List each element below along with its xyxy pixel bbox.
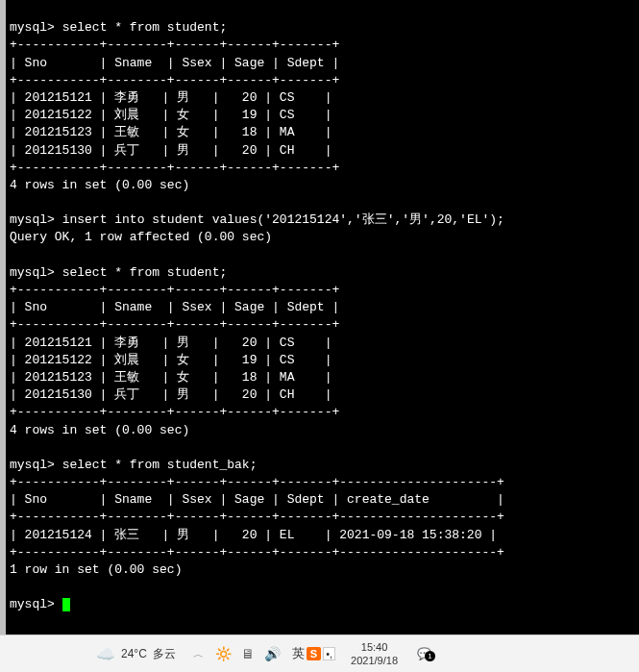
table-separator: +-----------+--------+------+------+----… (10, 475, 504, 489)
security-icon[interactable]: 🔆 (215, 646, 232, 661)
table-separator: +-----------+--------+------+------+----… (10, 545, 504, 560)
clock[interactable]: 15:40 2021/9/18 (341, 640, 407, 668)
cursor (62, 598, 70, 611)
ime-brand-icon: S (307, 647, 321, 660)
table-row: | 201215124 | 张三 | 男 | 20 | EL | 2021-09… (10, 528, 497, 542)
result-text: 1 row in set (0.00 sec) (10, 562, 182, 577)
mysql-terminal[interactable]: mysql> select * from student; +---------… (0, 0, 639, 635)
blank-line (10, 440, 17, 455)
ime-lang: 英 (292, 645, 305, 662)
prompt-line: mysql> select * from student; (10, 265, 227, 280)
weather-widget[interactable]: ☁️ 24°C 多云 (0, 645, 187, 663)
notif-badge: 1 (425, 651, 435, 661)
windows-taskbar: ☁️ 24°C 多云 ︿ 🔆 🖥 🔊 英 S •, 15:40 2021/9/1… (0, 635, 639, 672)
prompt-line: mysql> select * from student_bak; (10, 458, 257, 472)
weather-desc: 多云 (153, 646, 176, 662)
result-text: Query OK, 1 row affected (0.00 sec) (10, 230, 272, 244)
table-row: | 201215121 | 李勇 | 男 | 20 | CS | (10, 336, 332, 350)
result-text: 4 rows in set (0.00 sec) (10, 178, 189, 192)
cloud-icon: ☁️ (96, 645, 115, 663)
network-icon[interactable]: 🖥 (241, 646, 255, 661)
table-row: | 201215123 | 王敏 | 女 | 18 | MA | (10, 125, 332, 139)
table-row: | 201215122 | 刘晨 | 女 | 19 | CS | (10, 108, 332, 122)
blank-line (10, 195, 17, 210)
table-row: | 201215122 | 刘晨 | 女 | 19 | CS | (10, 353, 332, 367)
volume-icon[interactable]: 🔊 (264, 646, 281, 661)
table-header: | Sno | Sname | Ssex | Sage | Sdept | (10, 300, 339, 314)
weather-temp: 24°C (121, 647, 147, 660)
ime-punct: •, (323, 647, 335, 660)
table-separator: +-----------+--------+------+------+----… (10, 317, 339, 332)
table-separator: +-----------+--------+------+------+----… (10, 283, 339, 297)
blank-line (10, 580, 17, 594)
table-header: | Sno | Sname | Ssex | Sage | Sdept | cr… (10, 492, 504, 507)
table-header: | Sno | Sname | Ssex | Sage | Sdept | (10, 56, 339, 70)
prompt-line: mysql> (10, 597, 70, 611)
table-row: | 201215130 | 兵丁 | 男 | 20 | CH | (10, 143, 332, 158)
ime-indicator[interactable]: 英 S •, (286, 645, 341, 662)
time-text: 15:40 (361, 640, 388, 654)
prompt-line: mysql> insert into student values('20121… (10, 212, 504, 227)
date-text: 2021/9/18 (351, 654, 398, 667)
result-text: 4 rows in set (0.00 sec) (10, 423, 189, 437)
table-separator: +-----------+--------+------+------+----… (10, 405, 339, 419)
system-tray: 🔆 🖥 🔊 (209, 646, 286, 661)
blank-line (10, 248, 17, 262)
table-separator: +-----------+--------+------+------+----… (10, 73, 339, 87)
table-row: | 201215121 | 李勇 | 男 | 20 | CS | (10, 90, 332, 105)
prompt-line: mysql> select * from student; (10, 20, 227, 35)
table-row: | 201215130 | 兵丁 | 男 | 20 | CH | (10, 387, 332, 402)
table-separator: +-----------+--------+------+------+----… (10, 161, 339, 175)
table-separator: +-----------+--------+------+------+----… (10, 37, 339, 52)
tray-chevron-icon[interactable]: ︿ (187, 647, 209, 661)
table-separator: +-----------+--------+------+------+----… (10, 510, 504, 524)
table-row: | 201215123 | 王敏 | 女 | 18 | MA | (10, 370, 332, 385)
notification-center[interactable]: 💬 1 (407, 647, 441, 660)
